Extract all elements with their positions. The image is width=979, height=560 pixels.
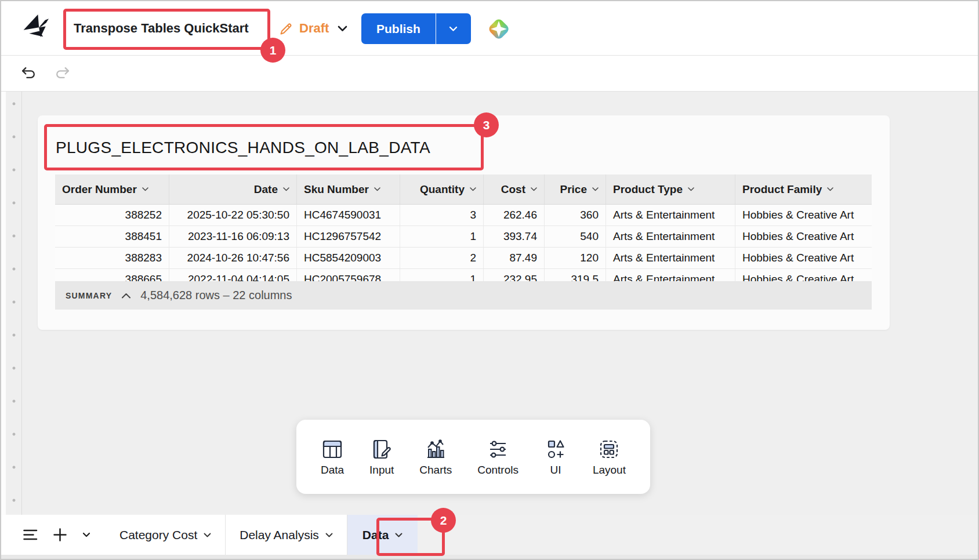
undo-button[interactable] [20,65,37,82]
page-tab-data[interactable]: Data [347,515,418,555]
version-dropdown[interactable]: Draft [278,1,347,56]
summary-label: SUMMARY [66,291,112,300]
draft-status-label: Draft [299,21,329,36]
table-cell[interactable]: Hobbies & Creative Art [735,205,872,226]
workbook-title[interactable]: Transpose Tables QuickStart [74,21,249,36]
table-header-row: Order Number Date Sku Number Quantity Co… [55,174,872,205]
chevron-up-icon[interactable] [121,293,131,299]
chevron-down-icon[interactable] [531,187,537,191]
chevron-down-icon[interactable] [283,187,289,191]
sigma-logo-icon[interactable] [22,14,49,45]
table-cell[interactable]: 120 [545,248,606,268]
table-cell[interactable]: Hobbies & Creative Art [735,248,872,268]
column-header-price[interactable]: Price [545,174,606,204]
table-cell[interactable]: HC1296757542 [297,226,400,247]
table-cell[interactable]: 262.46 [484,205,545,226]
table-cell[interactable]: 1 [400,226,484,247]
add-charts-button[interactable]: Charts [419,438,452,477]
table-cell[interactable]: 1 [400,269,484,281]
workbook-title-field[interactable]: Transpose Tables QuickStart [74,1,249,56]
layout-icon [597,438,621,461]
table-cell[interactable]: 319.5 [545,269,606,281]
add-page-button[interactable] [53,528,67,541]
column-header-sku-number[interactable]: Sku Number [297,174,400,204]
redo-button[interactable] [53,65,71,82]
table-cell[interactable]: 2024-10-26 10:47:56 [169,248,297,268]
chevron-down-icon[interactable] [325,533,333,537]
table-cell[interactable]: HC4674590031 [297,205,400,226]
table-cell[interactable]: Hobbies & Creative Art [735,269,872,281]
app-window: Transpose Tables QuickStart Draft Publis… [0,0,979,560]
chevron-down-icon[interactable] [142,187,148,191]
table-cell[interactable]: 232.95 [484,269,545,281]
add-data-button[interactable]: Data [321,438,344,477]
page-tab-bar: Category Cost Delay Analysis Data 2 [1,515,978,555]
table-row: 388451 2023-11-16 06:09:13 HC1296757542 … [55,226,872,248]
data-table: Order Number Date Sku Number Quantity Co… [55,174,872,310]
table-cell[interactable]: 388665 [55,269,169,281]
table-cell[interactable]: 393.74 [484,226,545,247]
column-header-cost[interactable]: Cost [484,174,545,204]
column-header-product-type[interactable]: Product Type [606,174,735,204]
add-controls-button[interactable]: Controls [477,438,518,477]
table-cell[interactable]: 360 [545,205,606,226]
table-cell[interactable]: 2 [400,248,484,268]
pencil-icon [278,21,294,37]
page-controls [1,515,106,555]
chevron-down-icon[interactable] [827,187,833,191]
table-cell[interactable]: Arts & Entertainment [606,248,735,268]
add-input-button[interactable]: Input [369,438,394,477]
table-cell[interactable]: 2022-11-04 04:14:05 [169,269,297,281]
column-header-date[interactable]: Date [169,174,297,204]
column-label: Sku Number [304,183,369,196]
chevron-down-icon[interactable] [470,187,476,191]
ai-sparkle-icon [486,16,512,42]
table-cell[interactable]: 3 [400,205,484,226]
summary-bar: SUMMARY 4,584,628 rows – 22 columns [55,281,872,310]
column-header-quantity[interactable]: Quantity [400,174,484,204]
sliders-icon [487,438,510,461]
table-cell[interactable]: HC5854209003 [297,248,400,268]
table-cell[interactable]: HC2005759678 [297,269,400,281]
chevron-down-icon[interactable] [204,533,211,537]
table-cell[interactable]: 388252 [55,205,169,226]
publish-options-button[interactable] [436,13,471,44]
table-cell[interactable]: Arts & Entertainment [606,269,735,281]
table-cell[interactable]: 388283 [55,248,169,268]
page-list-menu-button[interactable] [23,529,38,540]
ask-ai-button[interactable] [486,16,512,42]
table-cell[interactable]: Arts & Entertainment [606,205,735,226]
page-tab-delay-analysis[interactable]: Delay Analysis [226,515,347,555]
chevron-down-icon[interactable] [592,187,599,191]
chevron-down-icon [338,26,347,32]
element-title[interactable]: PLUGS_ELECTRONICS_HANDS_ON_LAB_DATA [56,139,430,157]
chart-icon [424,438,447,461]
chevron-down-icon[interactable] [688,187,694,191]
add-layout-button[interactable]: Layout [593,438,626,477]
column-header-order-number[interactable]: Order Number [55,174,169,204]
column-label: Quantity [420,183,465,196]
table-cell[interactable]: 87.49 [484,248,545,268]
table-cell[interactable]: 540 [545,226,606,247]
workbook-canvas: PLUGS_ELECTRONICS_HANDS_ON_LAB_DATA Orde… [1,92,978,515]
row-column-count: 4,584,628 rows – 22 columns [140,289,292,302]
table-element-card[interactable]: PLUGS_ELECTRONICS_HANDS_ON_LAB_DATA Orde… [38,115,890,330]
input-table-icon [370,438,393,461]
column-label: Product Family [742,183,822,196]
table-cell[interactable]: 388451 [55,226,169,247]
chevron-down-icon [449,26,458,32]
page-tab-category-cost[interactable]: Category Cost [106,515,226,555]
chevron-down-icon[interactable] [82,532,90,537]
table-cell[interactable]: Arts & Entertainment [606,226,735,247]
page-tab-label: Delay Analysis [240,528,319,542]
window-bottom-strip [1,555,978,559]
add-item-label: Input [369,464,394,477]
column-header-product-family[interactable]: Product Family [735,174,872,204]
table-cell[interactable]: Hobbies & Creative Art [735,226,872,247]
add-ui-button[interactable]: UI [544,438,567,477]
publish-button[interactable]: Publish [361,13,436,44]
chevron-down-icon[interactable] [395,533,403,537]
table-cell[interactable]: 2023-11-16 06:09:13 [169,226,297,247]
chevron-down-icon[interactable] [374,187,380,191]
table-cell[interactable]: 2025-10-22 05:30:50 [169,205,297,226]
